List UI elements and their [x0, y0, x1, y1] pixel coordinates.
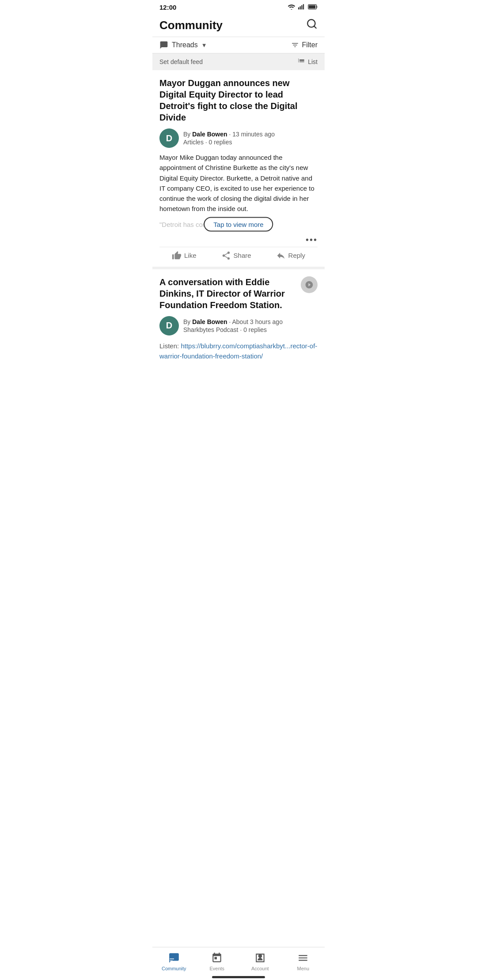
post-category-1[interactable]: Articles · 0 replies [183, 139, 275, 146]
post-time-2: About 3 hours ago [232, 318, 283, 325]
post-link-anchor-2[interactable]: https://blubrry.com/comptiasharkbyt...re… [159, 342, 317, 360]
post-meta-2: D By Dale Bowen · About 3 hours ago Shar… [159, 316, 318, 335]
status-bar: 12:00 [152, 0, 325, 13]
svg-rect-3 [303, 4, 304, 9]
battery-icon [308, 4, 318, 11]
status-time: 12:00 [159, 4, 176, 11]
avatar-1: D [159, 128, 179, 148]
toolbar: Threads ▼ Filter [152, 37, 325, 53]
post-title-1[interactable]: Mayor Duggan announces new Digital Equit… [159, 77, 318, 123]
reply-label-1: Reply [288, 252, 305, 259]
post-title-wrapper-2: A conversation with Eddie Dinkins, IT Di… [159, 276, 318, 311]
post-meta-info-2: By Dale Bowen · About 3 hours ago Sharkb… [183, 318, 283, 333]
feed-content: Mayor Duggan announces new Digital Equit… [152, 70, 325, 396]
set-default-feed-label[interactable]: Set default feed [159, 58, 203, 65]
list-label: List [308, 58, 318, 65]
post-card-1: Mayor Duggan announces new Digital Equit… [152, 70, 325, 269]
post-meta-1: D By Dale Bowen · 13 minutes ago Article… [159, 128, 318, 148]
share-button-1[interactable]: Share [221, 251, 251, 260]
like-label-1: Like [184, 252, 197, 259]
tap-to-view-more-button[interactable]: Tap to view more [204, 217, 273, 232]
post-actions-1: Like Share Reply [159, 247, 318, 267]
post-time-1: 13 minutes ago [232, 131, 275, 138]
mute-button-2[interactable] [301, 276, 318, 293]
svg-rect-2 [301, 5, 302, 10]
chevron-down-icon: ▼ [201, 42, 207, 49]
threads-label: Threads [172, 41, 198, 49]
author-name-1: Dale Bowen [192, 131, 227, 138]
post-link-2: Listen: https://blubrry.com/comptiashark… [159, 341, 318, 362]
post-card-2: A conversation with Eddie Dinkins, IT Di… [152, 269, 325, 362]
filter-button[interactable]: Filter [291, 41, 318, 49]
svg-rect-1 [300, 6, 301, 9]
avatar-2: D [159, 316, 179, 335]
post-meta-info-1: By Dale Bowen · 13 minutes ago Articles … [183, 131, 275, 146]
more-options-button-1[interactable]: ••• [306, 235, 318, 245]
filter-label: Filter [302, 41, 318, 49]
post-author-2: By Dale Bowen · About 3 hours ago [183, 318, 283, 325]
page-title: Community [159, 19, 223, 32]
status-icons [288, 4, 318, 11]
post-author-1: By Dale Bowen · 13 minutes ago [183, 131, 275, 138]
signal-icon [298, 4, 305, 11]
post-body-1: Mayor Mike Duggan today announced the ap… [159, 152, 318, 214]
list-view-button[interactable]: List [297, 58, 318, 66]
post-title-2[interactable]: A conversation with Eddie Dinkins, IT Di… [159, 276, 318, 311]
svg-rect-5 [316, 5, 317, 8]
sub-toolbar: Set default feed List [152, 53, 325, 70]
like-button-1[interactable]: Like [172, 251, 197, 260]
post-actions-row-1: ••• [159, 231, 318, 247]
tap-more-area: "Detroit has conti... nationally on Tap … [159, 219, 318, 230]
post-replies-1: · 0 replies [204, 139, 232, 146]
reply-button-1[interactable]: Reply [276, 251, 305, 260]
wifi-icon [288, 4, 295, 11]
author-name-2: Dale Bowen [192, 318, 227, 325]
post-replies-2: · 0 replies [238, 326, 267, 333]
threads-dropdown[interactable]: Threads ▼ [159, 41, 207, 49]
page-header: Community [152, 13, 325, 37]
svg-line-8 [314, 26, 316, 28]
search-button[interactable] [306, 18, 318, 32]
post-category-2[interactable]: Sharkbytes Podcast · 0 replies [183, 326, 283, 333]
svg-rect-6 [309, 5, 315, 8]
share-label-1: Share [234, 252, 251, 259]
svg-rect-0 [298, 8, 299, 10]
